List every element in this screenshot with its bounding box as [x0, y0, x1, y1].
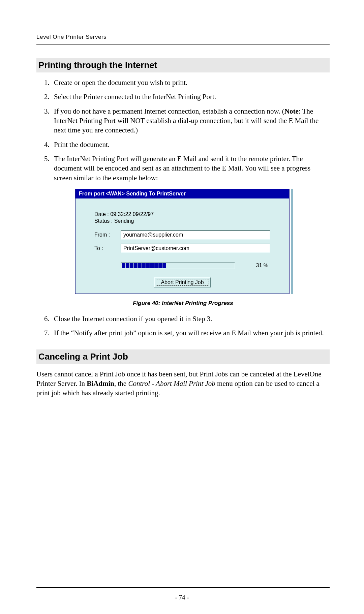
- note-bold: Note: [284, 107, 299, 115]
- step-text: If you do not have a permanent Internet …: [54, 107, 284, 115]
- abort-row: Abort Printing Job: [94, 277, 270, 287]
- progress-dialog: From port <WAN> Sending To PrintServer D…: [75, 189, 290, 294]
- to-field[interactable]: PrintServer@customer.com: [121, 244, 270, 253]
- page-number: - 74 -: [0, 594, 364, 601]
- from-row: From : yourname@supplier.com: [94, 230, 270, 240]
- rule-bottom: [36, 587, 330, 588]
- to-label: To :: [94, 245, 121, 251]
- para-italic: Control - Abort Mail Print Job: [128, 379, 215, 388]
- step-item: Select the Printer connected to the Inte…: [51, 92, 330, 101]
- step-item: Close the Internet connection if you ope…: [51, 314, 330, 324]
- steps-list-a: Create or open the document you wish to …: [36, 78, 330, 183]
- section-title-printing: Printing through the Internet: [36, 58, 330, 72]
- dialog-body: Date : 09:32:22 09/22/97 Status : Sendin…: [75, 198, 289, 287]
- para-bold: BiAdmin: [87, 379, 114, 388]
- abort-button[interactable]: Abort Printing Job: [154, 277, 210, 287]
- step-item: If the “Notify after print job” option i…: [51, 328, 330, 338]
- section-canceling: Canceling a Print Job Users cannot cance…: [36, 349, 330, 398]
- para-text: , the: [114, 379, 128, 388]
- document-page: Level One Printer Servers Printing throu…: [0, 0, 364, 614]
- figure-caption: Figure 40: InterNet Printing Progress: [75, 300, 291, 307]
- progress-bar: [121, 262, 235, 269]
- figure-wrap: From port <WAN> Sending To PrintServer D…: [75, 189, 291, 307]
- date-line: Date : 09:32:22 09/22/97: [94, 211, 270, 217]
- rule-top: [36, 44, 330, 44]
- section-title-canceling: Canceling a Print Job: [36, 349, 330, 364]
- from-field[interactable]: yourname@supplier.com: [121, 230, 270, 240]
- step-item: If you do not have a permanent Internet …: [51, 106, 330, 135]
- dialog-title-bar: From port <WAN> Sending To PrintServer: [75, 189, 289, 198]
- step-item: Create or open the document you wish to …: [51, 78, 330, 87]
- steps-list-b: Close the Internet connection if you ope…: [36, 314, 330, 338]
- step-item: Print the document.: [51, 140, 330, 149]
- dialog-shadow: From port <WAN> Sending To PrintServer D…: [75, 189, 291, 294]
- progress-percent: 31 %: [256, 263, 270, 269]
- to-row: To : PrintServer@customer.com: [94, 244, 270, 253]
- progress-row: 31 %: [94, 262, 270, 269]
- step-item: The InterNet Printing Port will generate…: [51, 154, 330, 183]
- progress-segments: [122, 263, 166, 268]
- from-label: From :: [94, 232, 121, 238]
- canceling-paragraph: Users cannot cancel a Print Job once it …: [36, 369, 330, 398]
- running-head: Level One Printer Servers: [36, 34, 330, 40]
- status-line: Status : Sending: [94, 218, 270, 224]
